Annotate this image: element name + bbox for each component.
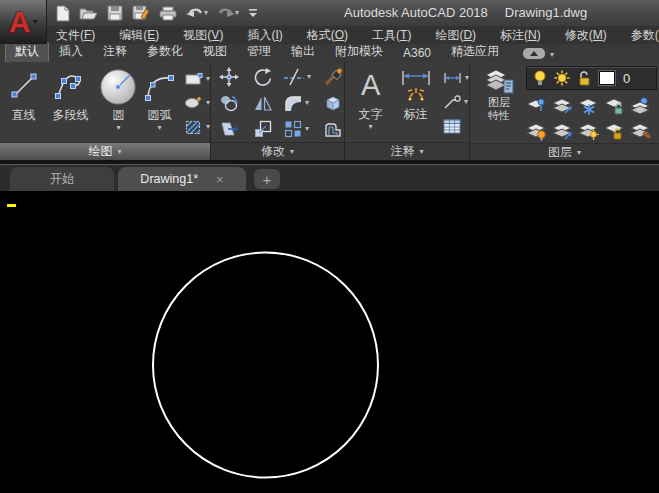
ribbon-tab-addins[interactable]: 附加模块 (325, 42, 393, 62)
file-tab-start[interactable]: 开始 (10, 167, 114, 191)
menu-item-edit[interactable]: 编辑(E) (119, 27, 159, 44)
save-as-button[interactable] (132, 3, 150, 23)
array-dropdown-icon[interactable]: ▾ (305, 125, 309, 133)
ellipse-dropdown-icon[interactable]: ▾ (206, 99, 210, 107)
panel-layers-body: 图层 特性 0 (470, 62, 659, 143)
panel-layers-footer[interactable]: 图层 ▾ (470, 143, 659, 161)
menu-item-parametric[interactable]: 参数( (631, 27, 659, 44)
lock-layer-icon[interactable] (603, 96, 627, 116)
ribbon-tab-output[interactable]: 输出 (281, 42, 325, 62)
file-tab-drawing1[interactable]: Drawing1* × (118, 167, 246, 191)
menu-item-insert[interactable]: 插入(I) (247, 27, 282, 44)
move-tool-button[interactable] (219, 67, 253, 87)
undo-dropdown-icon[interactable]: ▾ (204, 9, 208, 17)
hatch-tool-button[interactable]: ▾ (184, 117, 210, 137)
menu-item-draw[interactable]: 绘图(D) (435, 27, 476, 44)
undo-button[interactable]: ▾ (186, 3, 208, 23)
panel-draw-footer[interactable]: 绘图 ▾ (0, 142, 210, 160)
match-layer-icon[interactable] (551, 96, 575, 116)
offset-icon (323, 120, 343, 138)
trim-tool-button[interactable]: ▾ (283, 68, 323, 86)
panel-annotate-footer[interactable]: 注释 ▾ (345, 142, 469, 160)
leader-dropdown-icon[interactable]: ▾ (464, 98, 468, 106)
copy-tool-button[interactable] (219, 93, 253, 113)
ribbon-tab-featured-apps[interactable]: 精选应用 (441, 42, 509, 62)
plot-button[interactable] (159, 3, 177, 23)
menu-item-format[interactable]: 格式(O) (307, 27, 348, 44)
ribbon-tab-manage[interactable]: 管理 (237, 42, 281, 62)
layer-walk-icon[interactable] (629, 121, 653, 141)
fillet-icon (283, 94, 303, 112)
fillet-dropdown-icon[interactable]: ▾ (305, 99, 309, 107)
array-tool-button[interactable]: ▾ (283, 119, 323, 139)
layer-unlock-icon[interactable] (578, 70, 591, 86)
ellipse-tool-button[interactable]: ▾ (184, 93, 210, 113)
redo-dropdown-icon[interactable]: ▾ (235, 9, 239, 17)
new-drawing-tab-button[interactable]: + (254, 169, 280, 189)
menu-item-dimension[interactable]: 标注(N) (500, 27, 541, 44)
redo-button[interactable]: ▾ (217, 3, 239, 23)
file-tab-drawing1-label: Drawing1* (140, 172, 198, 186)
unlock-layer-icon[interactable] (603, 121, 627, 141)
layer-color-swatch[interactable] (599, 71, 615, 85)
polyline-tool-button[interactable]: 多段线 (43, 65, 98, 142)
ribbon-tab-annotate[interactable]: 注释 (93, 42, 137, 62)
layer-off-icon[interactable] (525, 121, 549, 141)
menu-item-file[interactable]: 文件(F) (56, 27, 95, 44)
ribbon-minimize-dropdown-icon[interactable]: ▾ (550, 50, 554, 59)
file-tab-close-icon[interactable]: × (216, 172, 224, 187)
layer-thaw-sun-icon[interactable] (554, 70, 570, 86)
menu-item-modify[interactable]: 修改(M) (565, 27, 607, 44)
ribbon-tab-view[interactable]: 视图 (193, 42, 237, 62)
circle-dropdown-icon[interactable]: ▾ (116, 124, 120, 132)
scale-tool-button[interactable] (253, 119, 283, 139)
layer-isolate-icon[interactable] (551, 121, 575, 141)
fillet-tool-button[interactable]: ▾ (283, 94, 323, 112)
thaw-all-layers-icon[interactable] (577, 121, 601, 141)
text-tool-button[interactable]: A 文字 ▾ (351, 64, 390, 142)
rectangle-dropdown-icon[interactable]: ▾ (206, 75, 210, 83)
hatch-dropdown-icon[interactable]: ▾ (206, 123, 210, 131)
layer-properties-button[interactable]: 图层 特性 (474, 64, 524, 143)
make-current-layer-icon[interactable] (525, 96, 549, 116)
application-menu-button[interactable]: A ▾ (0, 0, 47, 44)
linear-dimension-button[interactable]: ▾ (443, 68, 469, 88)
circle-tool-button[interactable]: 圆 ▾ (98, 65, 139, 142)
plus-icon: + (263, 171, 272, 188)
linear-dimension-dropdown-icon[interactable]: ▾ (465, 74, 469, 82)
ribbon-tab-a360[interactable]: A360 (393, 45, 441, 62)
open-file-button[interactable] (79, 3, 98, 23)
save-button[interactable] (107, 3, 123, 23)
drawn-circle[interactable] (153, 253, 378, 478)
layer-on-bulb-icon[interactable] (534, 70, 546, 86)
panel-modify-footer[interactable]: 修改 ▾ (211, 142, 344, 160)
text-dropdown-icon[interactable]: ▾ (369, 123, 373, 131)
ribbon-minimize-button[interactable] (523, 48, 545, 59)
freeze-layer-icon[interactable] (577, 96, 601, 116)
ribbon-tab-insert[interactable]: 插入 (49, 42, 93, 62)
arc-dropdown-icon[interactable]: ▾ (157, 124, 161, 132)
trim-dropdown-icon[interactable]: ▾ (307, 73, 311, 81)
drawing-canvas[interactable] (0, 191, 659, 493)
layer-select-combo[interactable]: 0 (526, 66, 657, 90)
stretch-tool-button[interactable] (219, 120, 253, 138)
text-icon: A (361, 64, 380, 106)
qat-customize-button[interactable] (248, 3, 258, 23)
ribbon-tab-parametric[interactable]: 参数化 (137, 42, 193, 62)
circle-tool-icon (98, 65, 138, 107)
rectangle-tool-button[interactable]: ▾ (184, 69, 210, 89)
leader-button[interactable]: ▾ (443, 92, 469, 112)
arc-tool-button[interactable]: 圆弧 ▾ (139, 65, 180, 142)
mirror-tool-button[interactable] (253, 94, 283, 112)
dimension-tool-button[interactable]: 标注 (390, 64, 441, 142)
layer-states-icon[interactable] (629, 96, 653, 116)
line-tool-button[interactable]: 直线 (4, 65, 43, 142)
menu-item-view[interactable]: 视图(V) (183, 27, 223, 44)
dimension-icon (398, 64, 434, 106)
current-layer-name[interactable]: 0 (623, 71, 630, 86)
menu-item-tools[interactable]: 工具(T) (372, 27, 411, 44)
table-button[interactable] (443, 116, 469, 136)
new-file-button[interactable] (56, 3, 70, 23)
ribbon-tab-default[interactable]: 默认 (5, 42, 49, 62)
rotate-tool-button[interactable] (253, 67, 283, 87)
